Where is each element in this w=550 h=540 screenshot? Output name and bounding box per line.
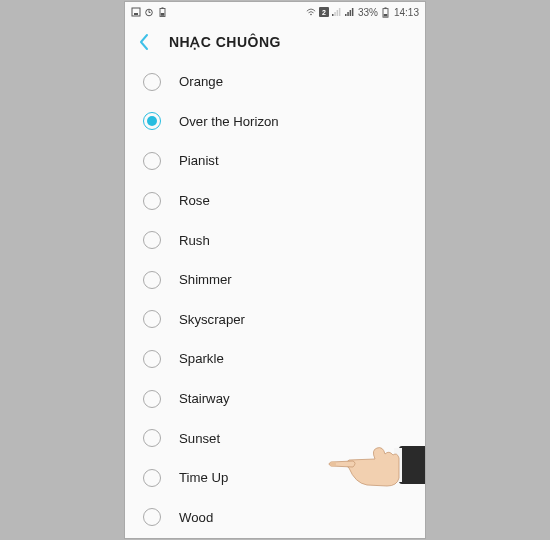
ringtone-label: Sunset <box>179 431 220 446</box>
clock-text: 14:13 <box>394 7 419 18</box>
ringtone-row[interactable]: Time Up <box>125 458 425 498</box>
signal-1-icon <box>332 7 342 17</box>
ringtone-row[interactable]: Stairway <box>125 379 425 419</box>
ringtone-row[interactable]: Rose <box>125 181 425 221</box>
app-header: NHẠC CHUÔNG <box>125 22 425 62</box>
chevron-left-icon <box>137 33 151 51</box>
ringtone-row[interactable]: Pianist <box>125 141 425 181</box>
svg-rect-11 <box>337 10 339 16</box>
svg-rect-1 <box>134 13 138 15</box>
back-button[interactable] <box>137 33 151 51</box>
svg-point-8 <box>310 14 312 16</box>
svg-rect-16 <box>352 8 354 16</box>
ringtone-label: Wood <box>179 510 213 525</box>
ringtone-row[interactable]: Skyscraper <box>125 300 425 340</box>
ringtone-label: Pianist <box>179 153 219 168</box>
ringtone-label: Stairway <box>179 391 230 406</box>
ringtone-row[interactable]: Over the Horizon <box>125 102 425 142</box>
phone-frame: 2 33% 14:13 NHẠC CHUÔNG OrangeOver the H… <box>125 2 425 538</box>
ringtone-label: Rose <box>179 193 210 208</box>
ringtone-row[interactable]: Sparkle <box>125 339 425 379</box>
radio-button[interactable] <box>143 390 161 408</box>
ringtone-label: Orange <box>179 74 223 89</box>
radio-button[interactable] <box>143 350 161 368</box>
ringtone-list[interactable]: OrangeOver the HorizonPianistRoseRushShi… <box>125 62 425 538</box>
ringtone-row[interactable]: Rush <box>125 220 425 260</box>
ringtone-label: Shimmer <box>179 272 232 287</box>
radio-button[interactable] <box>143 73 161 91</box>
sim-icon: 2 <box>319 7 329 17</box>
status-bar: 2 33% 14:13 <box>125 2 425 22</box>
radio-button[interactable] <box>143 112 161 130</box>
svg-rect-6 <box>161 7 163 8</box>
signal-2-icon <box>345 7 355 17</box>
svg-rect-10 <box>335 12 337 16</box>
battery-icon <box>381 7 391 17</box>
radio-button[interactable] <box>143 152 161 170</box>
ringtone-row[interactable]: Sunset <box>125 418 425 458</box>
screenshot-icon <box>131 7 141 17</box>
wifi-icon <box>306 7 316 17</box>
battery-small-icon <box>157 7 167 17</box>
radio-button[interactable] <box>143 429 161 447</box>
radio-button[interactable] <box>143 508 161 526</box>
battery-percent: 33% <box>358 7 378 18</box>
ringtone-label: Rush <box>179 233 210 248</box>
svg-rect-13 <box>345 14 347 16</box>
ringtone-label: Time Up <box>179 470 228 485</box>
radio-button[interactable] <box>143 469 161 487</box>
ringtone-row[interactable]: Orange <box>125 62 425 102</box>
svg-rect-19 <box>384 14 388 17</box>
svg-rect-15 <box>350 10 352 16</box>
svg-rect-12 <box>339 8 341 16</box>
svg-rect-14 <box>348 12 350 16</box>
alarm-icon <box>144 7 154 17</box>
svg-rect-9 <box>332 14 334 16</box>
svg-rect-7 <box>160 13 164 16</box>
ringtone-label: Over the Horizon <box>179 114 279 129</box>
radio-button[interactable] <box>143 231 161 249</box>
svg-rect-18 <box>385 7 387 8</box>
page-title: NHẠC CHUÔNG <box>169 34 281 50</box>
add-from-phone-row[interactable]: Thêm từ điện thoại <box>125 537 425 538</box>
ringtone-row[interactable]: Wood <box>125 498 425 538</box>
radio-button[interactable] <box>143 310 161 328</box>
radio-button[interactable] <box>143 192 161 210</box>
ringtone-row[interactable]: Shimmer <box>125 260 425 300</box>
radio-button[interactable] <box>143 271 161 289</box>
ringtone-label: Sparkle <box>179 351 224 366</box>
ringtone-label: Skyscraper <box>179 312 245 327</box>
